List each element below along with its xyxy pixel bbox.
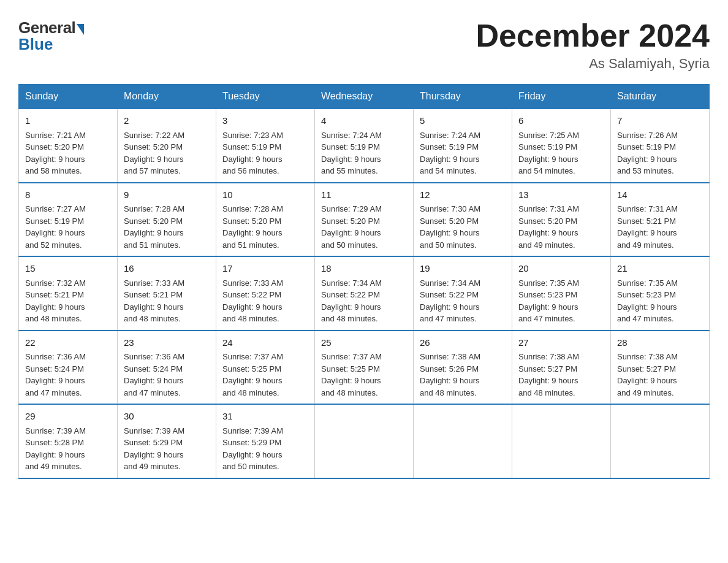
calendar-cell: 19Sunrise: 7:34 AMSunset: 5:22 PMDayligh…	[414, 256, 512, 331]
day-number: 30	[124, 410, 210, 424]
calendar-cell: 10Sunrise: 7:28 AMSunset: 5:20 PMDayligh…	[216, 183, 315, 257]
day-number: 22	[25, 336, 111, 350]
cell-content: 4Sunrise: 7:24 AMSunset: 5:19 PMDaylight…	[321, 114, 407, 177]
day-number: 11	[321, 188, 407, 202]
cell-content: 12Sunrise: 7:30 AMSunset: 5:20 PMDayligh…	[420, 188, 506, 251]
day-number: 31	[222, 410, 308, 424]
day-number: 1	[25, 114, 111, 128]
day-header-thursday: Thursday	[414, 85, 512, 109]
calendar-cell: 22Sunrise: 7:36 AMSunset: 5:24 PMDayligh…	[19, 331, 118, 405]
cell-content: 10Sunrise: 7:28 AMSunset: 5:20 PMDayligh…	[222, 188, 308, 251]
calendar-cell: 18Sunrise: 7:34 AMSunset: 5:22 PMDayligh…	[315, 256, 414, 331]
day-header-wednesday: Wednesday	[315, 85, 414, 109]
calendar-cell: 7Sunrise: 7:26 AMSunset: 5:19 PMDaylight…	[611, 109, 710, 183]
cell-content: 28Sunrise: 7:38 AMSunset: 5:27 PMDayligh…	[617, 336, 703, 399]
day-number: 14	[617, 188, 703, 202]
calendar-cell: 14Sunrise: 7:31 AMSunset: 5:21 PMDayligh…	[611, 183, 710, 257]
calendar-cell: 9Sunrise: 7:28 AMSunset: 5:20 PMDaylight…	[118, 183, 216, 257]
cell-content: 20Sunrise: 7:35 AMSunset: 5:23 PMDayligh…	[518, 262, 604, 325]
cell-content: 21Sunrise: 7:35 AMSunset: 5:23 PMDayligh…	[617, 262, 703, 325]
cell-content: 11Sunrise: 7:29 AMSunset: 5:20 PMDayligh…	[321, 188, 407, 251]
day-number: 26	[420, 336, 506, 350]
calendar-week-row: 8Sunrise: 7:27 AMSunset: 5:19 PMDaylight…	[19, 183, 710, 257]
calendar-cell: 29Sunrise: 7:39 AMSunset: 5:28 PMDayligh…	[19, 404, 118, 478]
calendar-cell: 17Sunrise: 7:33 AMSunset: 5:22 PMDayligh…	[216, 256, 315, 331]
calendar-cell: 3Sunrise: 7:23 AMSunset: 5:19 PMDaylight…	[216, 109, 315, 183]
calendar-cell: 24Sunrise: 7:37 AMSunset: 5:25 PMDayligh…	[216, 331, 315, 405]
logo-blue-text: Blue	[18, 35, 53, 54]
cell-content: 30Sunrise: 7:39 AMSunset: 5:29 PMDayligh…	[124, 410, 210, 473]
cell-content: 2Sunrise: 7:22 AMSunset: 5:20 PMDaylight…	[124, 114, 210, 177]
title-section: December 2024 As Salamiyah, Syria	[476, 18, 710, 72]
cell-content: 1Sunrise: 7:21 AMSunset: 5:20 PMDaylight…	[25, 114, 111, 177]
day-number: 9	[124, 188, 210, 202]
day-number: 8	[25, 188, 111, 202]
calendar-cell: 25Sunrise: 7:37 AMSunset: 5:25 PMDayligh…	[315, 331, 414, 405]
calendar-cell: 31Sunrise: 7:39 AMSunset: 5:29 PMDayligh…	[216, 404, 315, 478]
calendar-cell: 21Sunrise: 7:35 AMSunset: 5:23 PMDayligh…	[611, 256, 710, 331]
cell-content: 9Sunrise: 7:28 AMSunset: 5:20 PMDaylight…	[124, 188, 210, 251]
day-number: 7	[617, 114, 703, 128]
day-number: 29	[25, 410, 111, 424]
cell-content: 14Sunrise: 7:31 AMSunset: 5:21 PMDayligh…	[617, 188, 703, 251]
calendar-cell: 27Sunrise: 7:38 AMSunset: 5:27 PMDayligh…	[512, 331, 611, 405]
calendar-cell	[414, 404, 512, 478]
day-number: 17	[222, 262, 308, 276]
day-number: 20	[518, 262, 604, 276]
calendar-week-row: 29Sunrise: 7:39 AMSunset: 5:28 PMDayligh…	[19, 404, 710, 478]
day-header-sunday: Sunday	[19, 85, 118, 109]
day-number: 25	[321, 336, 407, 350]
day-number: 3	[222, 114, 308, 128]
day-number: 12	[420, 188, 506, 202]
calendar-week-row: 15Sunrise: 7:32 AMSunset: 5:21 PMDayligh…	[19, 256, 710, 331]
day-number: 24	[222, 336, 308, 350]
cell-content: 29Sunrise: 7:39 AMSunset: 5:28 PMDayligh…	[25, 410, 111, 473]
cell-content: 24Sunrise: 7:37 AMSunset: 5:25 PMDayligh…	[222, 336, 308, 399]
cell-content: 13Sunrise: 7:31 AMSunset: 5:20 PMDayligh…	[518, 188, 604, 251]
day-header-friday: Friday	[512, 85, 611, 109]
day-header-saturday: Saturday	[611, 85, 710, 109]
calendar-cell: 11Sunrise: 7:29 AMSunset: 5:20 PMDayligh…	[315, 183, 414, 257]
day-number: 27	[518, 336, 604, 350]
calendar-cell: 2Sunrise: 7:22 AMSunset: 5:20 PMDaylight…	[118, 109, 216, 183]
cell-content: 15Sunrise: 7:32 AMSunset: 5:21 PMDayligh…	[25, 262, 111, 325]
cell-content: 5Sunrise: 7:24 AMSunset: 5:19 PMDaylight…	[420, 114, 506, 177]
day-number: 2	[124, 114, 210, 128]
logo: General Blue	[18, 18, 84, 54]
cell-content: 18Sunrise: 7:34 AMSunset: 5:22 PMDayligh…	[321, 262, 407, 325]
calendar-cell: 20Sunrise: 7:35 AMSunset: 5:23 PMDayligh…	[512, 256, 611, 331]
calendar-cell: 30Sunrise: 7:39 AMSunset: 5:29 PMDayligh…	[118, 404, 216, 478]
calendar-cell	[315, 404, 414, 478]
day-number: 21	[617, 262, 703, 276]
cell-content: 6Sunrise: 7:25 AMSunset: 5:19 PMDaylight…	[518, 114, 604, 177]
day-number: 5	[420, 114, 506, 128]
calendar-cell: 16Sunrise: 7:33 AMSunset: 5:21 PMDayligh…	[118, 256, 216, 331]
cell-content: 3Sunrise: 7:23 AMSunset: 5:19 PMDaylight…	[222, 114, 308, 177]
day-header-tuesday: Tuesday	[216, 85, 315, 109]
calendar-header-row: SundayMondayTuesdayWednesdayThursdayFrid…	[19, 85, 710, 109]
day-number: 15	[25, 262, 111, 276]
calendar-cell: 6Sunrise: 7:25 AMSunset: 5:19 PMDaylight…	[512, 109, 611, 183]
cell-content: 7Sunrise: 7:26 AMSunset: 5:19 PMDaylight…	[617, 114, 703, 177]
day-number: 28	[617, 336, 703, 350]
logo-arrow-icon	[77, 24, 84, 35]
calendar-cell	[611, 404, 710, 478]
day-number: 23	[124, 336, 210, 350]
cell-content: 19Sunrise: 7:34 AMSunset: 5:22 PMDayligh…	[420, 262, 506, 325]
cell-content: 23Sunrise: 7:36 AMSunset: 5:24 PMDayligh…	[124, 336, 210, 399]
cell-content: 25Sunrise: 7:37 AMSunset: 5:25 PMDayligh…	[321, 336, 407, 399]
day-number: 10	[222, 188, 308, 202]
day-number: 4	[321, 114, 407, 128]
calendar-cell	[512, 404, 611, 478]
calendar-week-row: 1Sunrise: 7:21 AMSunset: 5:20 PMDaylight…	[19, 109, 710, 183]
page-header: General Blue December 2024 As Salamiyah,…	[18, 18, 710, 72]
day-number: 6	[518, 114, 604, 128]
cell-content: 22Sunrise: 7:36 AMSunset: 5:24 PMDayligh…	[25, 336, 111, 399]
day-number: 16	[124, 262, 210, 276]
day-header-monday: Monday	[118, 85, 216, 109]
calendar-cell: 15Sunrise: 7:32 AMSunset: 5:21 PMDayligh…	[19, 256, 118, 331]
calendar-cell: 26Sunrise: 7:38 AMSunset: 5:26 PMDayligh…	[414, 331, 512, 405]
cell-content: 27Sunrise: 7:38 AMSunset: 5:27 PMDayligh…	[518, 336, 604, 399]
calendar-cell: 4Sunrise: 7:24 AMSunset: 5:19 PMDaylight…	[315, 109, 414, 183]
calendar-table: SundayMondayTuesdayWednesdayThursdayFrid…	[18, 84, 710, 479]
